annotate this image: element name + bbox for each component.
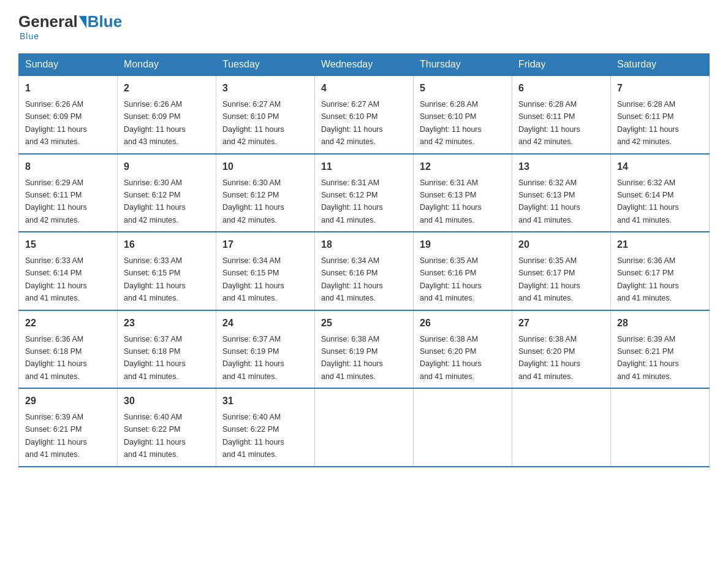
day-number: 10: [222, 159, 308, 174]
day-cell: 1 Sunrise: 6:26 AMSunset: 6:09 PMDayligh…: [19, 75, 118, 154]
week-row-4: 22 Sunrise: 6:36 AMSunset: 6:18 PMDaylig…: [19, 310, 710, 389]
day-number: 21: [617, 237, 703, 252]
column-header-wednesday: Wednesday: [315, 54, 414, 76]
day-info: Sunrise: 6:33 AMSunset: 6:15 PMDaylight:…: [124, 256, 186, 302]
day-number: 13: [518, 159, 604, 174]
day-cell: 8 Sunrise: 6:29 AMSunset: 6:11 PMDayligh…: [19, 154, 118, 232]
day-info: Sunrise: 6:32 AMSunset: 6:14 PMDaylight:…: [617, 178, 679, 224]
day-number: 3: [222, 81, 308, 96]
day-number: 9: [124, 159, 210, 174]
logo-blue-text: Blue: [88, 12, 122, 31]
day-cell: [512, 388, 611, 467]
day-number: 4: [321, 81, 407, 96]
day-cell: 4 Sunrise: 6:27 AMSunset: 6:10 PMDayligh…: [315, 75, 414, 154]
column-header-thursday: Thursday: [414, 54, 512, 76]
day-number: 18: [321, 237, 407, 252]
day-info: Sunrise: 6:30 AMSunset: 6:12 PMDaylight:…: [222, 178, 284, 224]
day-info: Sunrise: 6:35 AMSunset: 6:16 PMDaylight:…: [420, 256, 482, 302]
day-number: 17: [222, 237, 308, 252]
day-cell: 31 Sunrise: 6:40 AMSunset: 6:22 PMDaylig…: [216, 388, 315, 467]
logo-triangle-icon: [79, 16, 86, 28]
day-cell: 30 Sunrise: 6:40 AMSunset: 6:22 PMDaylig…: [118, 388, 216, 467]
logo-subtitle: Blue: [20, 31, 39, 41]
day-cell: 29 Sunrise: 6:39 AMSunset: 6:21 PMDaylig…: [19, 388, 118, 467]
column-header-sunday: Sunday: [19, 54, 118, 76]
day-cell: 9 Sunrise: 6:30 AMSunset: 6:12 PMDayligh…: [118, 154, 216, 232]
logo-general-text: General: [18, 12, 78, 31]
day-info: Sunrise: 6:26 AMSunset: 6:09 PMDaylight:…: [25, 100, 87, 146]
day-number: 24: [222, 316, 308, 331]
day-number: 5: [420, 81, 506, 96]
day-info: Sunrise: 6:35 AMSunset: 6:17 PMDaylight:…: [518, 256, 580, 302]
day-info: Sunrise: 6:39 AMSunset: 6:21 PMDaylight:…: [25, 413, 87, 459]
day-number: 28: [617, 316, 703, 331]
week-row-3: 15 Sunrise: 6:33 AMSunset: 6:14 PMDaylig…: [19, 232, 710, 310]
week-row-5: 29 Sunrise: 6:39 AMSunset: 6:21 PMDaylig…: [19, 388, 710, 467]
day-number: 11: [321, 159, 407, 174]
day-info: Sunrise: 6:33 AMSunset: 6:14 PMDaylight:…: [25, 256, 87, 302]
column-header-friday: Friday: [512, 54, 611, 76]
day-info: Sunrise: 6:28 AMSunset: 6:11 PMDaylight:…: [518, 100, 580, 146]
day-info: Sunrise: 6:31 AMSunset: 6:13 PMDaylight:…: [420, 178, 482, 224]
column-header-tuesday: Tuesday: [216, 54, 315, 76]
day-number: 23: [124, 316, 210, 331]
day-cell: 19 Sunrise: 6:35 AMSunset: 6:16 PMDaylig…: [414, 232, 512, 310]
day-cell: 11 Sunrise: 6:31 AMSunset: 6:12 PMDaylig…: [315, 154, 414, 232]
day-cell: 2 Sunrise: 6:26 AMSunset: 6:09 PMDayligh…: [118, 75, 216, 154]
day-cell: 21 Sunrise: 6:36 AMSunset: 6:17 PMDaylig…: [611, 232, 710, 310]
day-number: 2: [124, 81, 210, 96]
week-row-1: 1 Sunrise: 6:26 AMSunset: 6:09 PMDayligh…: [19, 75, 710, 154]
day-info: Sunrise: 6:27 AMSunset: 6:10 PMDaylight:…: [222, 100, 284, 146]
day-number: 20: [518, 237, 604, 252]
day-cell: 12 Sunrise: 6:31 AMSunset: 6:13 PMDaylig…: [414, 154, 512, 232]
day-number: 30: [124, 394, 210, 408]
day-info: Sunrise: 6:32 AMSunset: 6:13 PMDaylight:…: [518, 178, 580, 224]
day-number: 26: [420, 316, 506, 331]
day-info: Sunrise: 6:28 AMSunset: 6:11 PMDaylight:…: [617, 100, 679, 146]
day-info: Sunrise: 6:39 AMSunset: 6:21 PMDaylight:…: [617, 335, 679, 381]
day-cell: 13 Sunrise: 6:32 AMSunset: 6:13 PMDaylig…: [512, 154, 611, 232]
day-cell: 7 Sunrise: 6:28 AMSunset: 6:11 PMDayligh…: [611, 75, 710, 154]
day-info: Sunrise: 6:28 AMSunset: 6:10 PMDaylight:…: [420, 100, 482, 146]
day-number: 31: [222, 394, 308, 408]
column-header-monday: Monday: [118, 54, 216, 76]
day-cell: 14 Sunrise: 6:32 AMSunset: 6:14 PMDaylig…: [611, 154, 710, 232]
day-number: 15: [25, 237, 111, 252]
day-cell: 22 Sunrise: 6:36 AMSunset: 6:18 PMDaylig…: [19, 310, 118, 389]
day-cell: 28 Sunrise: 6:39 AMSunset: 6:21 PMDaylig…: [611, 310, 710, 389]
day-cell: 17 Sunrise: 6:34 AMSunset: 6:15 PMDaylig…: [216, 232, 315, 310]
day-cell: [315, 388, 414, 467]
day-number: 19: [420, 237, 506, 252]
day-info: Sunrise: 6:34 AMSunset: 6:16 PMDaylight:…: [321, 256, 383, 302]
day-cell: 10 Sunrise: 6:30 AMSunset: 6:12 PMDaylig…: [216, 154, 315, 232]
day-number: 12: [420, 159, 506, 174]
day-number: 22: [25, 316, 111, 331]
day-info: Sunrise: 6:37 AMSunset: 6:19 PMDaylight:…: [222, 335, 284, 381]
day-info: Sunrise: 6:37 AMSunset: 6:18 PMDaylight:…: [124, 335, 186, 381]
day-cell: 15 Sunrise: 6:33 AMSunset: 6:14 PMDaylig…: [19, 232, 118, 310]
day-info: Sunrise: 6:27 AMSunset: 6:10 PMDaylight:…: [321, 100, 383, 146]
day-number: 27: [518, 316, 604, 331]
day-info: Sunrise: 6:38 AMSunset: 6:20 PMDaylight:…: [518, 335, 580, 381]
day-number: 25: [321, 316, 407, 331]
day-number: 16: [124, 237, 210, 252]
day-cell: 23 Sunrise: 6:37 AMSunset: 6:18 PMDaylig…: [118, 310, 216, 389]
day-info: Sunrise: 6:36 AMSunset: 6:18 PMDaylight:…: [25, 335, 87, 381]
day-cell: 6 Sunrise: 6:28 AMSunset: 6:11 PMDayligh…: [512, 75, 611, 154]
day-number: 7: [617, 81, 703, 96]
day-info: Sunrise: 6:40 AMSunset: 6:22 PMDaylight:…: [124, 413, 186, 459]
day-cell: 16 Sunrise: 6:33 AMSunset: 6:15 PMDaylig…: [118, 232, 216, 310]
day-cell: [414, 388, 512, 467]
day-cell: 20 Sunrise: 6:35 AMSunset: 6:17 PMDaylig…: [512, 232, 611, 310]
day-info: Sunrise: 6:34 AMSunset: 6:15 PMDaylight:…: [222, 256, 284, 302]
calendar-table: SundayMondayTuesdayWednesdayThursdayFrid…: [18, 53, 710, 467]
logo: General Blue Blue: [18, 12, 122, 41]
day-number: 8: [25, 159, 111, 174]
day-info: Sunrise: 6:31 AMSunset: 6:12 PMDaylight:…: [321, 178, 383, 224]
day-number: 1: [25, 81, 111, 96]
day-cell: 25 Sunrise: 6:38 AMSunset: 6:19 PMDaylig…: [315, 310, 414, 389]
day-number: 29: [25, 394, 111, 408]
day-cell: 3 Sunrise: 6:27 AMSunset: 6:10 PMDayligh…: [216, 75, 315, 154]
day-info: Sunrise: 6:26 AMSunset: 6:09 PMDaylight:…: [124, 100, 186, 146]
day-cell: [611, 388, 710, 467]
